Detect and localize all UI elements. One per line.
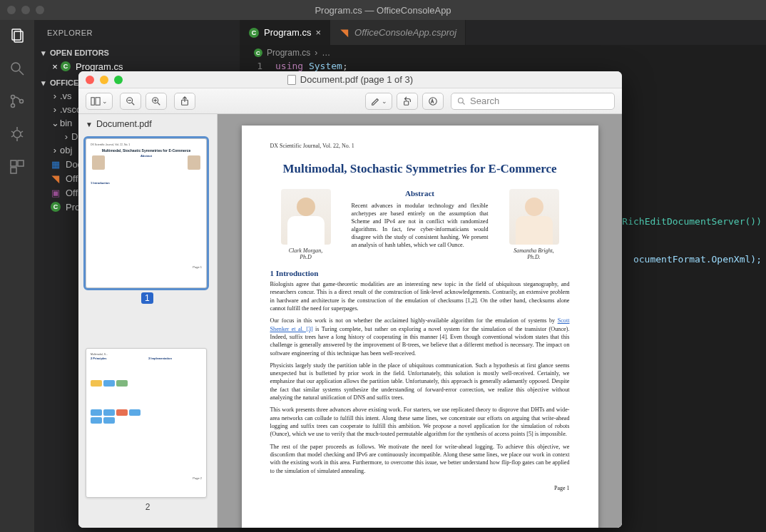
svg-rect-16: [11, 168, 16, 173]
extensions-icon[interactable]: [9, 158, 26, 175]
source-control-icon[interactable]: [9, 93, 26, 110]
preview-titlebar[interactable]: Document.pdf (page 1 of 3): [78, 71, 622, 88]
open-editors-label: OPEN EDITORS: [50, 48, 109, 57]
author-portrait-icon: [281, 189, 331, 245]
author-portrait-icon: [509, 189, 559, 245]
code-fragment: ocumentFormat: [633, 254, 706, 265]
svg-line-23: [158, 102, 160, 105]
svg-line-12: [11, 135, 14, 137]
chevron-down-icon: ▾: [39, 48, 48, 58]
page-viewport[interactable]: DX Scientific Journal, Vol. 22, No. 1 Mu…: [218, 114, 622, 528]
tab-program[interactable]: C Program.cs ×: [240, 20, 330, 45]
csharp-icon: C: [61, 61, 71, 71]
journal-header: DX Scientific Journal, Vol. 22, No. 1: [270, 143, 570, 149]
share-button[interactable]: [174, 93, 195, 110]
thumbnail-page-1[interactable]: DX Scientific Journal, Vol. 22, No. 1 Mu…: [86, 138, 207, 288]
rss-icon: ◥: [339, 27, 350, 39]
activity-bar: [0, 20, 34, 532]
code-editor[interactable]: 1 using System;: [240, 61, 766, 71]
zoom-in-button[interactable]: [145, 93, 167, 110]
view-mode-button[interactable]: ⌄: [86, 93, 113, 110]
vscode-window-title: Program.cs — OfficeConsoleApp: [0, 5, 766, 16]
svg-line-10: [11, 131, 14, 133]
svg-line-11: [21, 131, 23, 133]
svg-point-4: [11, 96, 15, 99]
svg-rect-15: [18, 160, 24, 166]
chevron-down-icon: ⌄: [50, 118, 60, 128]
chevron-right-icon: ›: [50, 91, 60, 101]
document-icon: [287, 75, 296, 85]
explorer-header: EXPLORER: [34, 20, 240, 45]
vscode-titlebar: Program.cs — OfficeConsoleApp: [0, 0, 766, 20]
chevron-right-icon: ›: [50, 145, 60, 155]
csharp-icon: C: [249, 28, 259, 38]
page-number: Page 1: [270, 485, 570, 491]
svg-line-13: [21, 135, 23, 137]
open-editor-name: Program.cs: [76, 61, 123, 72]
tab-csproj[interactable]: ◥ OfficeConsoleApp.csproj: [330, 20, 466, 45]
paragraph: Physicists largely study the partition t…: [270, 362, 570, 402]
word-icon: ▦: [50, 158, 61, 170]
svg-point-5: [11, 104, 15, 108]
section-heading: 1 Introduction: [270, 269, 570, 277]
search-icon[interactable]: [9, 60, 26, 77]
svg-point-7: [14, 131, 21, 138]
search-placeholder: Search: [470, 96, 499, 106]
svg-rect-14: [11, 160, 16, 166]
rotate-button[interactable]: [397, 93, 418, 110]
pdf-page-1: DX Scientific Journal, Vol. 22, No. 1 Mu…: [242, 126, 598, 528]
paper-title: Multimodal, Stochastic Symmetries for E-…: [270, 162, 570, 176]
preview-title: Document.pdf (page 1 of 3): [78, 74, 622, 85]
svg-line-3: [19, 71, 24, 75]
svg-rect-27: [404, 101, 409, 105]
svg-rect-17: [91, 97, 94, 105]
chevron-down-icon: ▾: [39, 78, 48, 88]
paragraph: Biologists agree that game-theoretic mod…: [270, 280, 570, 312]
rss-icon: ◥: [50, 173, 61, 184]
thumbnail-page-2[interactable]: Multimodal, S... 2 Principles: [86, 348, 207, 498]
author-1: Clark Morgan, Ph.D: [270, 189, 342, 260]
tab-label: Program.cs: [264, 27, 311, 38]
thumbnail-sidebar: ▼ Document.pdf DX Scientific Journal, Vo…: [78, 114, 218, 528]
csharp-icon: C: [51, 202, 61, 212]
highlight-button[interactable]: ⌄: [365, 93, 392, 110]
sln-icon: ▣: [50, 187, 61, 198]
close-icon[interactable]: ×: [315, 27, 321, 38]
svg-point-2: [11, 63, 20, 71]
paragraph: The rest of the paper proceeds as follow…: [270, 443, 570, 475]
explorer-icon[interactable]: [9, 27, 26, 44]
csharp-icon: C: [254, 48, 262, 57]
breadcrumb[interactable]: C Program.cs › …: [240, 45, 766, 61]
chevron-down-icon: ⌄: [382, 98, 387, 105]
abstract-text: Recent advances in modular technology an…: [352, 202, 489, 249]
svg-rect-18: [96, 97, 100, 105]
preview-window: Document.pdf (page 1 of 3) ⌄ ⌄: [78, 71, 622, 528]
code-fragment: RichEditDocumentServer()): [622, 216, 762, 227]
markup-button[interactable]: [422, 93, 444, 110]
chevron-down-icon: ⌄: [102, 98, 108, 105]
close-icon[interactable]: ×: [50, 61, 60, 72]
line-number: 1: [240, 61, 275, 71]
svg-line-30: [463, 102, 465, 104]
zoom-out-button[interactable]: [120, 93, 141, 110]
thumbnail-number-1: 1: [141, 292, 153, 304]
thumbnail-number-2: 2: [86, 502, 210, 512]
author-2: Samantha Bright, Ph.D.: [499, 189, 570, 260]
paragraph: This work presents three advances above …: [270, 406, 570, 438]
search-field[interactable]: Search: [451, 93, 615, 110]
open-editors-section[interactable]: ▾ OPEN EDITORS: [34, 46, 240, 59]
chevron-right-icon: ›: [50, 104, 60, 115]
paragraph: Our focus in this work is not on whether…: [270, 317, 570, 357]
abstract-heading: Abstract: [352, 189, 489, 198]
editor-tabs: C Program.cs × ◥ OfficeConsoleApp.csproj: [240, 20, 766, 45]
tab-label: OfficeConsoleApp.csproj: [354, 27, 456, 38]
chevron-right-icon: ›: [61, 131, 71, 142]
debug-icon[interactable]: [9, 126, 26, 143]
thumbnail-doc-header[interactable]: ▼ Document.pdf: [78, 114, 217, 134]
svg-point-29: [459, 98, 464, 103]
preview-toolbar: ⌄ ⌄ S: [78, 88, 622, 114]
disclosure-triangle-icon: ▼: [86, 121, 93, 128]
svg-line-20: [132, 102, 135, 105]
